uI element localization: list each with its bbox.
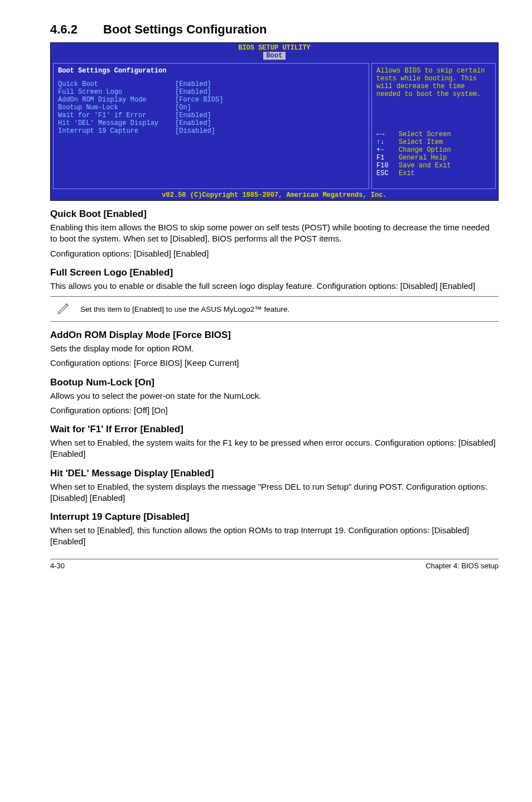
bios-row-value: [Enabled]	[175, 88, 211, 96]
text-full-screen-logo: This allows you to enable or disable the…	[50, 281, 499, 292]
note-box: Set this item to [Enabled] to use the AS…	[50, 296, 499, 322]
bios-row: Quick Boot[Enabled]	[58, 80, 364, 88]
nav-change-option: Change Option	[399, 146, 451, 154]
arrow-lr-icon	[376, 131, 399, 138]
bios-row: Hit 'DEL' Message Display[Enabled]	[58, 119, 364, 127]
nav-key-esc: ESC	[376, 170, 399, 177]
nav-select-screen: Select Screen	[399, 131, 451, 138]
heading-wait-f1: Wait for 'F1' If Error [Enabled]	[50, 424, 499, 435]
text-hit-del: When set to Enabled, the system displays…	[50, 481, 499, 504]
nav-key-f1: F1	[376, 154, 399, 162]
nav-key-f10: F10	[376, 162, 399, 170]
page-footer: 4-30 Chapter 4: BIOS setup	[50, 559, 499, 570]
bios-row: Wait for 'F1' if Error[Enabled]	[58, 112, 364, 119]
bios-row-value: [Enabled]	[175, 112, 211, 119]
text-quick-boot-2: Configuration options: [Disabled] [Enabl…	[50, 248, 499, 259]
bios-row-value: [Disabled]	[175, 127, 215, 135]
heading-bootup-numlock: Bootup Num-Lock [On]	[50, 377, 499, 388]
nav-key-plusminus: +-	[376, 146, 399, 154]
nav-select-item: Select Item	[399, 138, 443, 146]
pencil-icon	[50, 300, 78, 318]
chapter-label: Chapter 4: BIOS setup	[425, 562, 499, 570]
bios-row: Interrupt 19 Capture[Disabled]	[58, 127, 364, 135]
bios-row-label: Bootup Num-Lock	[58, 104, 175, 112]
heading-hit-del: Hit 'DEL' Message Display [Enabled]	[50, 468, 499, 479]
bios-row-label: Wait for 'F1' if Error	[58, 112, 175, 119]
heading-addon-rom: AddOn ROM Display Mode [Force BIOS]	[50, 330, 499, 341]
bios-row-label: Hit 'DEL' Message Display	[58, 119, 175, 127]
heading-full-screen-logo: Full Screen Logo [Enabled]	[50, 267, 499, 278]
heading-interrupt19: Interrupt 19 Capture [Disabled]	[50, 511, 499, 523]
text-bootup-numlock-2: Configuration options: [Off] [On]	[50, 405, 499, 416]
nav-exit: Exit	[399, 170, 415, 177]
section-heading: 4.6.2 Boot Settings Configuration	[50, 22, 499, 37]
bios-row-label: Full Screen Logo	[58, 88, 175, 96]
section-title-text: Boot Settings Configuration	[103, 22, 267, 36]
heading-quick-boot: Quick Boot [Enabled]	[50, 209, 499, 220]
nav-general-help: General Help	[399, 154, 447, 162]
text-addon-rom-1: Sets the display mode for option ROM.	[50, 343, 499, 354]
page-number: 4-30	[50, 562, 65, 570]
bios-screenshot: BIOS SETUP UTILITY Boot Boot Settings Co…	[50, 42, 499, 201]
bios-row-label: Interrupt 19 Capture	[58, 127, 175, 135]
text-interrupt19: When set to [Enabled], this function all…	[50, 525, 499, 548]
bios-row-value: [Enabled]	[175, 119, 211, 127]
arrow-ud-icon	[376, 138, 399, 146]
bios-nav-hints: Select Screen Select Item +-Change Optio…	[376, 131, 491, 177]
bios-row-value: [Enabled]	[175, 80, 211, 88]
bios-footer: v02.58 (C)Copyright 1985-2007, American …	[51, 191, 498, 200]
bios-tab-boot: Boot	[263, 52, 286, 60]
text-quick-boot-1: Enabling this item allows the BIOS to sk…	[50, 222, 499, 245]
bios-header: BIOS SETUP UTILITY	[51, 43, 498, 52]
bios-row: AddOn ROM Display Mode[Force BIOS]	[58, 96, 364, 104]
text-wait-f1: When set to Enabled, the system waits fo…	[50, 437, 499, 460]
section-number: 4.6.2	[50, 22, 78, 37]
text-bootup-numlock-1: Allows you to select the power-on state …	[50, 390, 499, 402]
bios-row: Bootup Num-Lock[On]	[58, 104, 364, 112]
text-addon-rom-2: Configuration options: [Force BIOS] [Kee…	[50, 357, 499, 369]
bios-help-text: Allows BIOS to skip certain tests while …	[376, 67, 491, 128]
bios-row: Full Screen Logo[Enabled]	[58, 88, 364, 96]
bios-help-panel: Allows BIOS to skip certain tests while …	[371, 63, 496, 189]
bios-main-panel: Boot Settings Configuration Quick Boot[E…	[53, 63, 369, 189]
bios-row-label: Quick Boot	[58, 80, 175, 88]
note-text: Set this item to [Enabled] to use the AS…	[78, 305, 499, 313]
bios-panel-title: Boot Settings Configuration	[58, 67, 364, 75]
bios-row-value: [On]	[175, 104, 191, 112]
nav-save-exit: Save and Exit	[399, 162, 451, 170]
bios-row-value: [Force BIOS]	[175, 96, 223, 104]
bios-row-label: AddOn ROM Display Mode	[58, 96, 175, 104]
